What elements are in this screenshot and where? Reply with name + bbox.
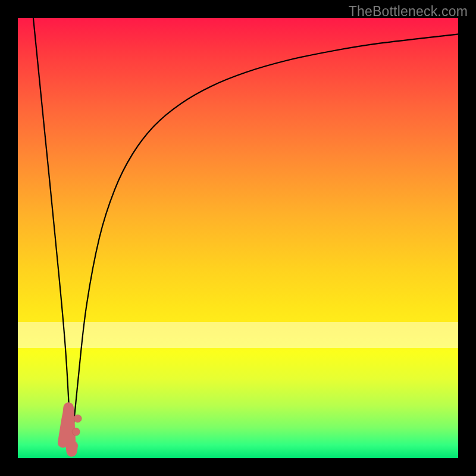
marker-blob <box>62 408 73 452</box>
marker-group <box>62 408 82 452</box>
plot-area <box>18 18 458 458</box>
marker-dot <box>72 428 80 436</box>
curves-svg <box>18 18 458 458</box>
marker-dot <box>74 415 82 422</box>
chart-frame: TheBottleneck.com <box>0 0 476 476</box>
curve-left-branch <box>33 18 71 449</box>
watermark-text: TheBottleneck.com <box>349 4 468 20</box>
curve-right-branch <box>71 34 458 449</box>
